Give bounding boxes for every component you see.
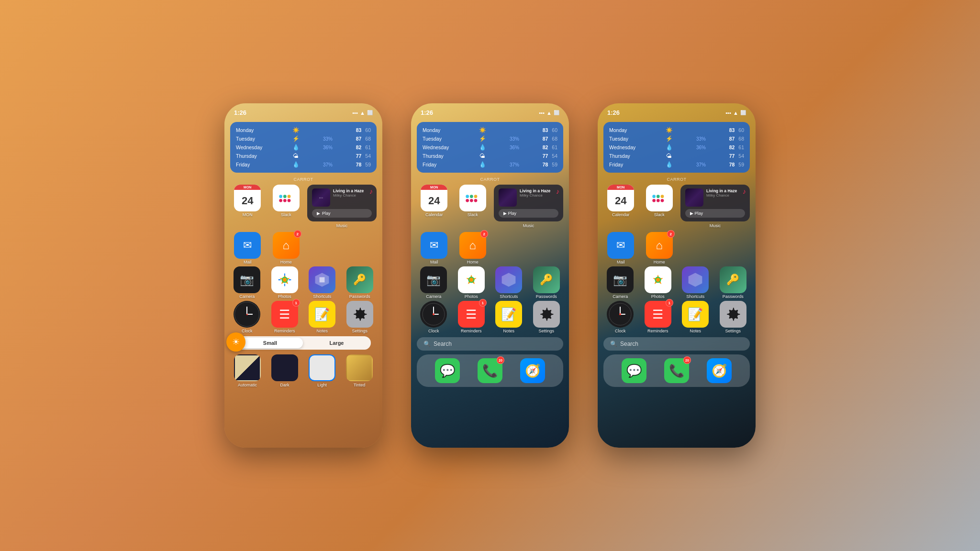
app-calendar[interactable]: MON 24 MON [230,185,265,228]
search-label-3: Search [620,341,638,347]
dock-messages-3[interactable]: 💬 [622,358,646,383]
app-reminders-p2[interactable]: ☰ 1 Reminders [455,301,489,333]
brightness-button[interactable]: ☀ [226,332,245,352]
phone-1-screen: 1:26 ▪▪▪ ▲ ⬜ Monday ☀️ 8360 Tuesday ⚡ [224,103,382,448]
signal-icon-3: ▪▪▪ [725,110,731,116]
app-slack-p2[interactable]: Slack [456,185,490,228]
weather-widget-2: Monday☀️8360 Tuesday⚡33%8768 Wednesday💧3… [417,122,563,173]
phone-badge-2: 20 [497,356,504,364]
app-slack[interactable]: Slack [269,185,304,228]
appearance-light[interactable]: Light [305,354,339,387]
app-mail[interactable]: ✉ Mail [230,232,265,264]
status-bar-2: 1:26 ▪▪▪ ▲ ⬜ [411,103,569,119]
home-icon-p3: ⌂ [656,239,663,252]
weather-pct: 36% [300,145,356,150]
svg-rect-22 [652,195,656,198]
mode-small-btn[interactable]: Small [237,338,303,348]
app-camera-p3[interactable]: 📷 Camera [603,266,637,299]
app-music-widget[interactable]: ♪ ▪▪▪ Living in a Haze Milky Chance ▶ [307,185,377,228]
svg-rect-11 [470,195,473,198]
app-label-settings: Settings [352,329,368,333]
app-clock-p2[interactable]: Clock [417,301,451,333]
status-bar-3: 1:26 ▪▪▪ ▲ ⬜ [598,103,756,119]
play-button-p2[interactable]: ▶ Play [499,209,558,218]
app-clock-p3[interactable]: Clock [603,301,637,333]
music-title: Living in a Haze [333,188,372,193]
wifi-icon: ▲ [360,110,365,116]
app-calendar-p2[interactable]: MON 24 Calendar [417,185,452,228]
app-music-p3[interactable]: ♪ Living in a Haze Milky Chance ▶ Play M… [680,185,750,228]
app-home-p3[interactable]: ⌂ 2 Home [642,232,677,264]
weather-temps: 7754 [356,153,371,159]
music-title-p3: Living in a Haze [706,188,745,193]
app-home-p2[interactable]: ⌂ 2 Home [456,232,490,264]
dock-phone-2[interactable]: 📞 20 [478,358,502,383]
phone-badge-3: 20 [683,356,691,364]
svg-rect-1 [283,199,287,202]
app-photos-p2[interactable]: Photos [455,266,489,299]
app-label-photos-p3: Photos [651,294,665,299]
app-passwords-p2[interactable]: 🔑 Passwords [530,266,564,299]
calendar-day-label-p2: MON [421,185,447,190]
dock-phone-3[interactable]: 📞 20 [664,358,689,383]
home-icon-p2: ⌂ [469,239,477,252]
weather-row-thu-2: Thursday🌤7754 [423,152,557,160]
svg-rect-0 [279,199,282,202]
appearance-automatic[interactable]: Automatic [230,354,265,387]
weather-day: Tuesday [236,136,292,142]
carrot-label-2: CARROT [411,177,569,182]
play-button-p3[interactable]: ▶ Play [685,209,745,218]
app-home[interactable]: ⌂ 2 Home [269,232,304,264]
app-mail-p3[interactable]: ✉ Mail [603,232,638,264]
app-shortcuts-p3[interactable]: Shortcuts [679,266,713,299]
app-reminders[interactable]: ☰ 1 Reminders [268,301,302,333]
phone-3-screen: 1:26 ▪▪▪ ▲ ⬜ Monday☀️8360 Tuesday⚡33%876… [598,103,756,448]
app-photos-p3[interactable]: Photos [641,266,675,299]
weather-row-wed: Wednesday 💧 36% 8261 [236,143,371,152]
weather-day: Monday [236,127,292,133]
app-reminders-p3[interactable]: ☰ 1 Reminders [641,301,675,333]
appearance-thumb-tinted [346,354,373,381]
app-settings[interactable]: Settings [343,301,377,333]
dock-safari-3[interactable]: 🧭 [707,358,732,383]
app-settings-p3[interactable]: Settings [716,301,750,333]
app-camera[interactable]: 📷 Camera [230,266,264,299]
app-shortcuts-p2[interactable]: Shortcuts [492,266,526,299]
battery-icon-3: ⬜ [740,110,746,115]
app-shortcuts[interactable]: Shortcuts [305,266,339,299]
calendar-day-label: MON [234,185,261,190]
dock-safari-2[interactable]: 🧭 [520,358,545,383]
svg-rect-20 [652,199,656,202]
search-bar-2[interactable]: 🔍 Search [417,337,563,351]
dock-messages-2[interactable]: 💬 [435,358,460,383]
app-grid-row3-p2: 📷 Camera Photos Shortcuts 🔑 [411,265,569,300]
app-label-shortcuts-p3: Shortcuts [686,294,704,299]
svg-rect-3 [283,195,287,198]
wifi-icon-3: ▲ [733,110,738,116]
svg-rect-25 [660,199,664,202]
app-clock[interactable]: Clock [230,301,264,333]
app-slack-p3[interactable]: Slack [642,185,677,228]
app-passwords[interactable]: 🔑 Passwords [343,266,377,299]
app-label-mail: Mail [244,260,252,264]
app-label-music-p2: Music [494,223,563,228]
appearance-dark[interactable]: Dark [267,354,302,387]
app-label-passwords-p3: Passwords [723,294,744,299]
app-mail-p2[interactable]: ✉ Mail [417,232,452,264]
app-camera-p2[interactable]: 📷 Camera [417,266,451,299]
weather-icon: 💧 [292,144,300,151]
app-notes-p2[interactable]: 📝 Notes [492,301,526,333]
mode-large-btn[interactable]: Large [304,338,369,348]
app-photos[interactable]: Photos [268,266,302,299]
app-notes[interactable]: 📝 Notes [305,301,339,333]
app-notes-p3[interactable]: 📝 Notes [679,301,713,333]
home-badge-p2: 2 [480,230,488,238]
app-calendar-p3[interactable]: MON 24 Calendar [603,185,638,228]
appearance-tinted[interactable]: Tinted [342,354,377,387]
app-settings-p2[interactable]: Settings [530,301,564,333]
app-passwords-p3[interactable]: 🔑 Passwords [716,266,750,299]
app-music-p2[interactable]: ♪ Living in a Haze Milky Chance ▶ Play M… [494,185,563,228]
search-bar-3[interactable]: 🔍 Search [603,337,750,351]
appearance-grid: Automatic Dark Light Tinted [224,352,382,390]
play-button[interactable]: ▶ Play [312,209,372,218]
